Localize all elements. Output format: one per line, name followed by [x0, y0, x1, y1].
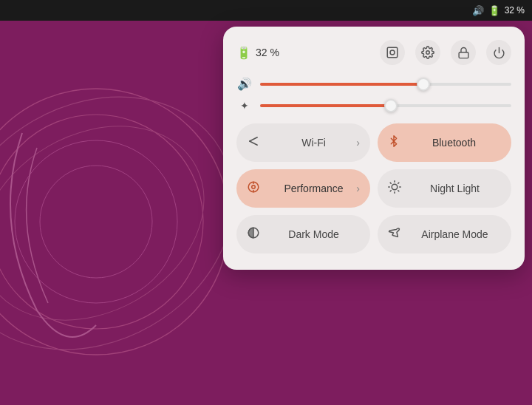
airplanemode-toggle[interactable]: Airplane Mode: [378, 215, 511, 253]
darkmode-toggle[interactable]: Dark Mode: [236, 215, 370, 253]
svg-line-20: [390, 183, 391, 183]
svg-point-4: [0, 47, 259, 399]
volume-slider-track[interactable]: [260, 83, 511, 86]
wifi-toggle[interactable]: Wi-Fi ›: [236, 123, 370, 162]
power-button[interactable]: [486, 40, 511, 65]
top-bar: 🔊 🔋 32 %: [0, 0, 532, 21]
top-bar-right: 🔊 🔋 32 %: [472, 5, 525, 16]
toggle-grid: Wi-Fi › Bluetooth Performance: [236, 123, 511, 253]
brightness-slider-fill: [260, 104, 391, 107]
desktop-decoration: [0, 44, 259, 399]
battery-icon-panel: 🔋: [236, 46, 251, 60]
svg-line-11: [250, 137, 258, 140]
lock-button[interactable]: [451, 40, 476, 65]
wifi-chevron: ›: [356, 137, 360, 149]
airplanemode-label: Airplane Mode: [409, 228, 501, 240]
svg-line-12: [250, 141, 258, 145]
nightlight-icon: [388, 180, 401, 197]
darkmode-label: Dark Mode: [267, 228, 360, 240]
battery-label-panel: 32 %: [256, 47, 279, 58]
brightness-slider-icon: ✦: [236, 100, 253, 112]
svg-point-1: [0, 115, 203, 329]
brightness-slider-thumb[interactable]: [384, 99, 398, 112]
svg-point-8: [426, 51, 430, 55]
panel-header: 🔋 32 %: [236, 40, 511, 65]
svg-rect-6: [387, 47, 398, 58]
brightness-slider-track[interactable]: [260, 104, 511, 107]
performance-icon: [247, 180, 260, 197]
performance-toggle[interactable]: Performance ›: [236, 169, 370, 208]
airplanemode-icon: [388, 226, 401, 243]
brightness-slider-row: ✦: [236, 100, 511, 112]
battery-info: 🔋 32 %: [236, 46, 279, 60]
volume-icon: 🔊: [472, 5, 484, 16]
bluetooth-toggle[interactable]: Bluetooth: [378, 123, 511, 162]
svg-point-3: [40, 166, 152, 278]
darkmode-icon: [247, 226, 260, 243]
performance-label: Performance: [267, 183, 360, 194]
header-icons: [380, 40, 511, 65]
svg-line-25: [398, 183, 399, 183]
svg-point-2: [15, 140, 177, 303]
bluetooth-icon: [388, 135, 400, 152]
svg-point-7: [390, 50, 395, 55]
svg-line-21: [398, 190, 399, 191]
nightlight-label: Night Light: [409, 183, 501, 194]
volume-slider-fill: [260, 83, 423, 86]
battery-label-topbar: 32 %: [505, 5, 525, 16]
svg-rect-9: [459, 52, 468, 58]
performance-chevron: ›: [356, 183, 360, 194]
svg-point-17: [392, 184, 398, 190]
bluetooth-label: Bluetooth: [407, 137, 501, 149]
settings-button[interactable]: [415, 40, 440, 65]
nightlight-toggle[interactable]: Night Light: [378, 169, 511, 208]
battery-icon-topbar: 🔋: [488, 5, 500, 16]
quick-settings-panel: 🔋 32 %: [223, 27, 525, 270]
wifi-icon: [247, 135, 260, 152]
svg-point-0: [0, 89, 229, 355]
volume-slider-row: 🔊: [236, 77, 511, 91]
volume-slider-icon: 🔊: [236, 77, 253, 91]
volume-slider-thumb[interactable]: [417, 78, 430, 91]
wifi-label: Wi-Fi: [267, 137, 360, 149]
svg-point-14: [252, 185, 256, 188]
svg-point-5: [0, 87, 239, 359]
screenshot-button[interactable]: [380, 40, 405, 65]
svg-line-24: [390, 190, 391, 191]
